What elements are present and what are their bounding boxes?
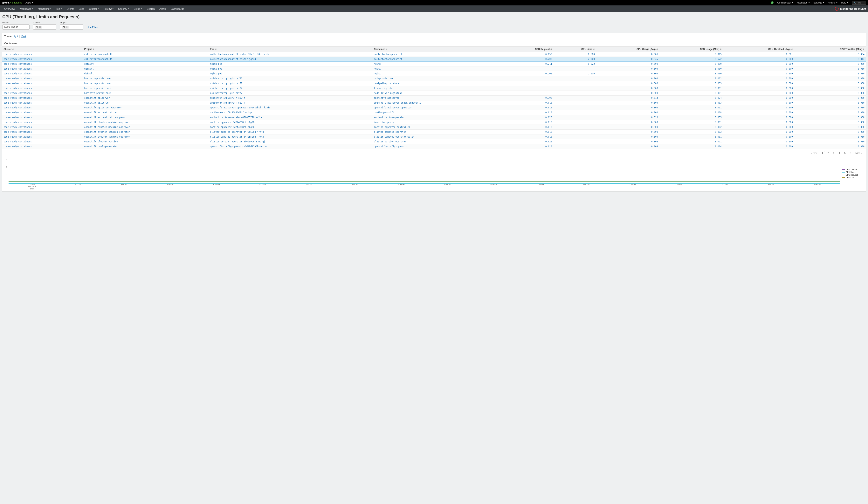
cell-link[interactable]: code-ready-containers	[2, 129, 83, 135]
cell-link[interactable]: cluster-samples-operator-d478558dd-j7r4x	[208, 129, 372, 135]
cell-link[interactable]: openshift-authentication-operator	[83, 115, 208, 120]
legend-item[interactable]: CPU Limit	[843, 177, 864, 179]
topbar-help-menu[interactable]: Help ▼	[841, 1, 849, 4]
cell-link[interactable]: hostpath-provisioner	[83, 76, 208, 81]
nav-cluster[interactable]: Cluster▾	[87, 6, 101, 12]
cell-link[interactable]: node-driver-registrar	[372, 91, 502, 96]
nav-setup[interactable]: Setup▾	[131, 6, 144, 12]
cell-link[interactable]: apiserver-54b56c784f-s82jf	[208, 101, 372, 105]
table-row[interactable]: code-ready-containersdefaultnginx-podngi…	[2, 71, 866, 76]
col-cpu-throttled-max-[interactable]: CPU Throttled (Max)⇵	[794, 46, 866, 52]
cell-link[interactable]: hostpath-provisioner	[83, 91, 208, 96]
table-row[interactable]: code-ready-containershostpath-provisione…	[2, 76, 866, 81]
cell-link[interactable]: openshift-cluster-samples-operator	[83, 129, 208, 135]
col-cpu-usage-avg-[interactable]: CPU Usage (Avg)⇵	[596, 46, 660, 52]
cell-link[interactable]: code-ready-containers	[2, 105, 83, 110]
pager-page-2[interactable]: 2	[826, 151, 830, 155]
col-cluster[interactable]: Cluster⇵	[2, 46, 83, 52]
theme-dark-link[interactable]: Dark	[21, 35, 26, 38]
cell-link[interactable]: openshift-config-operator	[372, 144, 502, 149]
cell-link[interactable]: default	[83, 71, 208, 76]
cell-link[interactable]: code-ready-containers	[2, 81, 83, 86]
cell-link[interactable]: code-ready-containers	[2, 66, 83, 71]
cell-link[interactable]: authentication-operator	[372, 115, 502, 120]
cell-link[interactable]: collectorforopenshift-addon-67bb7cb78c-f…	[208, 52, 372, 57]
cell-link[interactable]: code-ready-containers	[2, 86, 83, 91]
cell-link[interactable]: openshift-apiserver	[83, 101, 208, 105]
cell-link[interactable]: code-ready-containers	[2, 115, 83, 120]
pager-page-5[interactable]: 5	[843, 151, 847, 155]
cell-link[interactable]: openshift-config-operator	[83, 144, 208, 149]
table-row[interactable]: code-ready-containershostpath-provisione…	[2, 91, 866, 96]
table-row[interactable]: code-ready-containersopenshift-authentic…	[2, 110, 866, 115]
cell-link[interactable]: hostpath-provisioner	[83, 81, 208, 86]
cell-link[interactable]: collectorforopenshift	[83, 52, 208, 57]
cell-link[interactable]: openshift-authentication	[83, 110, 208, 115]
cell-link[interactable]: openshift-cluster-machine-approver	[83, 125, 208, 129]
project-chip[interactable]: All ✕	[62, 25, 69, 29]
cell-link[interactable]: nginx-pod	[208, 71, 372, 76]
cell-link[interactable]: openshift-apiserver-check-endpoints	[372, 101, 502, 105]
hide-filters-link[interactable]: Hide Filters	[87, 26, 99, 30]
cell-link[interactable]: csi-hostpathplugin-crf77	[208, 86, 372, 91]
cell-link[interactable]: openshift-cluster-machine-approver	[83, 120, 208, 125]
nav-overview[interactable]: Overview	[2, 6, 17, 12]
cell-link[interactable]: openshift-cluster-samples-operator	[83, 135, 208, 139]
nav-search[interactable]: Search	[144, 6, 157, 12]
col-cpu-request[interactable]: CPU Request⇵	[502, 46, 554, 52]
cell-link[interactable]: default	[83, 62, 208, 66]
cell-link[interactable]: openshift-config-operator-7d8bd8796b-rnc…	[208, 144, 372, 149]
table-row[interactable]: code-ready-containerscollectorforopenshi…	[2, 52, 866, 57]
cell-link[interactable]: code-ready-containers	[2, 52, 83, 57]
table-row[interactable]: code-ready-containersopenshift-cluster-s…	[2, 135, 866, 139]
cell-link[interactable]: openshift-cluster-version	[83, 139, 208, 144]
cell-link[interactable]: csi-hostpathplugin-crf77	[208, 76, 372, 81]
cell-link[interactable]: collectorforopenshift	[83, 57, 208, 62]
cell-link[interactable]: collectorforopenshift	[372, 52, 502, 57]
find-input[interactable]	[857, 2, 865, 4]
col-cpu-limit[interactable]: CPU Limit⇵	[554, 46, 596, 52]
cell-link[interactable]: code-ready-containers	[2, 57, 83, 62]
cell-link[interactable]: machine-approver-6d7f4868cb-p6g26	[208, 120, 372, 125]
table-row[interactable]: code-ready-containersopenshift-cluster-m…	[2, 120, 866, 125]
nav-dashboards[interactable]: Dashboards	[168, 6, 186, 12]
cell-link[interactable]: cluster-version-operator-5f6d99b678-m9tg…	[208, 139, 372, 144]
pager-page-3[interactable]: 3	[831, 151, 836, 155]
legend-item[interactable]: CPU Usage	[843, 171, 864, 173]
cell-link[interactable]: code-ready-containers	[2, 91, 83, 96]
cell-link[interactable]: openshift-apiserver	[372, 96, 502, 101]
cell-link[interactable]: liveness-probe	[372, 86, 502, 91]
cell-link[interactable]: code-ready-containers	[2, 101, 83, 105]
cell-link[interactable]: code-ready-containers	[2, 71, 83, 76]
app-title-block[interactable]: Monitoring OpenShift	[835, 7, 866, 11]
chip-remove-icon[interactable]: ✕	[66, 26, 68, 28]
cell-link[interactable]: cluster-samples-operator	[372, 129, 502, 135]
nav-alerts[interactable]: Alerts	[157, 6, 168, 12]
cell-link[interactable]: code-ready-containers	[2, 120, 83, 125]
cell-link[interactable]: cluster-samples-operator-watch	[372, 135, 502, 139]
topbar-activity-menu[interactable]: Activity ▼	[828, 1, 838, 4]
cell-link[interactable]: cluster-version-operator	[372, 139, 502, 144]
cell-link[interactable]: openshift-apiserver-operator	[83, 105, 208, 110]
cell-link[interactable]: openshift-apiserver	[83, 96, 208, 101]
cell-link[interactable]: csi-hostpathplugin-crf77	[208, 91, 372, 96]
cell-link[interactable]: code-ready-containers	[2, 96, 83, 101]
cell-link[interactable]: cluster-samples-operator-d478558dd-j7r4x	[208, 135, 372, 139]
project-select[interactable]: All ✕	[60, 24, 83, 30]
nav-monitoring[interactable]: Monitoring▾	[35, 6, 54, 12]
pager-next[interactable]: Next »	[854, 151, 864, 155]
nav-events[interactable]: Events	[64, 6, 76, 12]
table-row[interactable]: code-ready-containersopenshift-cluster-v…	[2, 139, 866, 144]
cell-link[interactable]: nginx-pod	[208, 66, 372, 71]
health-ok-icon[interactable]: ✓	[771, 1, 774, 4]
topbar-administrator-menu[interactable]: Administrator ▼	[777, 1, 793, 4]
col-cpu-throttled-avg-[interactable]: CPU Throttled (Avg)⇵	[723, 46, 794, 52]
cell-link[interactable]: nginx	[372, 71, 502, 76]
cell-link[interactable]: csi-hostpathplugin-crf77	[208, 81, 372, 86]
pager-page-1[interactable]: 1	[820, 151, 825, 155]
cell-link[interactable]: nginx	[372, 66, 502, 71]
apps-menu[interactable]: Apps ▼	[25, 1, 33, 4]
table-row[interactable]: code-ready-containershostpath-provisione…	[2, 81, 866, 86]
nav-top[interactable]: Top▾	[54, 6, 64, 12]
pager-page-6[interactable]: 6	[848, 151, 853, 155]
